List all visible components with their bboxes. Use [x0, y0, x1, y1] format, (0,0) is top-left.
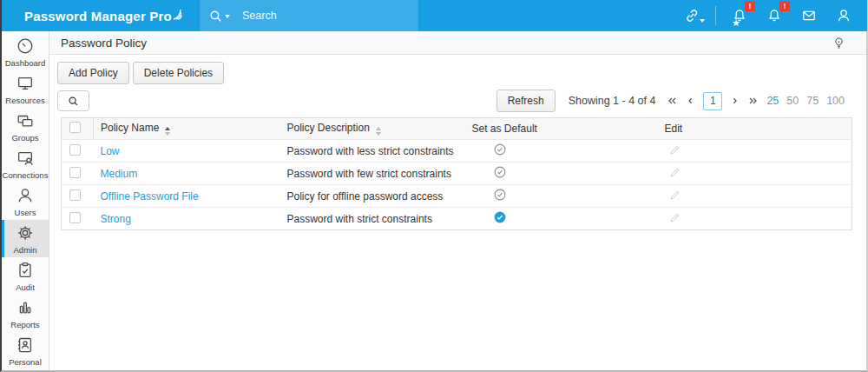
table-row-offline-password-file: Offline Password File Policy for offline… — [62, 185, 852, 208]
search-icon — [208, 9, 223, 23]
edit-policy-button[interactable] — [668, 211, 681, 224]
header-icon-group: ★ ! ! — [681, 4, 867, 27]
remote-icon — [16, 149, 35, 168]
whats-new-button[interactable]: ★ ! — [728, 4, 751, 27]
row-checkbox[interactable] — [69, 167, 81, 178]
sidebar-item-label: Audit — [16, 282, 35, 292]
table-header-row: Policy Name Policy Description Set as De… — [62, 118, 852, 140]
user-icon — [835, 7, 852, 24]
column-label: Set as Default — [472, 123, 537, 135]
resource-link-button[interactable] — [681, 4, 703, 27]
sidebar-item-label: Admin — [14, 245, 37, 255]
delete-policies-button[interactable]: Delete Policies — [133, 62, 224, 84]
previous-page-button[interactable] — [686, 96, 695, 106]
sidebar-item-admin[interactable]: Admin — [2, 220, 49, 257]
pencil-icon — [668, 189, 681, 202]
sidebar-item-reports[interactable]: Reports — [2, 295, 49, 332]
check-circle-outline-icon — [493, 143, 507, 156]
pencil-icon — [668, 143, 681, 156]
gauge-icon — [16, 37, 35, 56]
page-title-bar: Password Policy — [49, 31, 866, 55]
main-content: Password Policy Add Policy Delete Polici… — [49, 31, 867, 370]
notifications-badge: ! — [779, 1, 790, 11]
sort-icon[interactable] — [165, 127, 170, 136]
policy-description: Policy for offline password access — [280, 185, 465, 208]
logo-swoosh-icon — [173, 7, 185, 20]
showing-count-label: Showing 1 - 4 of 4 — [569, 95, 656, 107]
sidebar-item-personal[interactable]: Personal — [2, 332, 49, 369]
sidebar-item-label: Dashboard — [5, 58, 45, 68]
check-circle-outline-icon — [493, 188, 507, 202]
global-search-bar[interactable] — [200, 0, 418, 31]
add-policy-button[interactable]: Add Policy — [57, 62, 129, 84]
sort-icon[interactable] — [376, 127, 381, 136]
column-label: Edit — [665, 123, 683, 135]
last-page-button[interactable] — [747, 96, 759, 106]
policy-link[interactable]: Offline Password File — [101, 190, 199, 203]
page-size-50[interactable]: 50 — [786, 95, 799, 107]
first-page-button[interactable] — [667, 96, 678, 106]
column-header-edit: Edit — [658, 118, 852, 140]
search-scope-caret-icon[interactable] — [225, 15, 230, 18]
table-search-button[interactable] — [57, 90, 89, 111]
help-button[interactable] — [832, 37, 845, 50]
sidebar-item-label: Groups — [11, 133, 38, 143]
edit-policy-button[interactable] — [668, 166, 681, 179]
monitors-icon — [16, 111, 35, 130]
chevron-right-icon — [730, 96, 740, 106]
policy-description: Password with strict constraints — [280, 208, 465, 230]
page-size-25[interactable]: 25 — [766, 95, 779, 107]
sidebar-item-connections[interactable]: Connections — [2, 145, 49, 183]
top-header: Password Manager Pro — [2, 0, 867, 31]
page-size-75[interactable]: 75 — [806, 95, 819, 107]
notifications-button[interactable]: ! — [763, 4, 786, 27]
row-checkbox[interactable] — [69, 144, 81, 156]
set-default-toggle-active[interactable] — [493, 210, 507, 224]
policy-description: Password with few strict constraints — [280, 163, 465, 185]
app-logo: Password Manager Pro — [2, 9, 185, 23]
pagination: Refresh Showing 1 - 4 of 4 1 — [496, 90, 845, 112]
whats-new-badge: ! — [745, 1, 755, 11]
table-row-medium: Medium Password with few strict constrai… — [62, 163, 852, 185]
gear-icon — [16, 223, 35, 242]
account-button[interactable] — [832, 4, 855, 27]
check-circle-outline-icon — [493, 165, 507, 179]
sidebar-item-groups[interactable]: Groups — [2, 108, 49, 145]
row-checkbox[interactable] — [69, 212, 81, 223]
sidebar-item-label: Resources — [5, 96, 44, 105]
column-header-policy-name[interactable]: Policy Name — [94, 118, 280, 140]
person-icon — [16, 186, 35, 205]
password-policy-table: Policy Name Policy Description Set as De… — [61, 117, 852, 230]
page-size-100[interactable]: 100 — [826, 95, 845, 107]
search-input[interactable] — [242, 10, 390, 22]
sidebar-item-label: Personal — [9, 357, 42, 367]
policy-link[interactable]: Medium — [101, 168, 138, 180]
set-default-toggle[interactable] — [493, 165, 507, 179]
refresh-button[interactable]: Refresh — [496, 90, 556, 112]
sidebar-item-label: Connections — [3, 170, 49, 180]
page-title: Password Policy — [61, 37, 147, 50]
sidebar-item-audit[interactable]: Audit — [2, 257, 49, 295]
filter-pagination-row: Refresh Showing 1 - 4 of 4 1 — [49, 84, 866, 112]
column-label: Policy Description — [287, 122, 370, 134]
next-page-button[interactable] — [730, 96, 740, 106]
sidebar-item-dashboard[interactable]: Dashboard — [2, 33, 49, 70]
double-chevron-right-icon — [747, 96, 759, 106]
header-divider — [715, 6, 716, 25]
edit-policy-button[interactable] — [668, 143, 681, 156]
sidebar: Dashboard Resources Groups Connections — [2, 31, 49, 370]
sidebar-item-resources[interactable]: Resources — [2, 70, 49, 108]
current-page-box[interactable]: 1 — [703, 92, 722, 110]
column-header-policy-description[interactable]: Policy Description — [280, 118, 465, 140]
set-default-toggle[interactable] — [493, 143, 507, 156]
bar-chart-icon — [16, 298, 35, 317]
sidebar-item-users[interactable]: Users — [2, 183, 49, 220]
messages-button[interactable] — [798, 4, 820, 27]
policy-link[interactable]: Strong — [101, 213, 131, 225]
row-checkbox[interactable] — [69, 189, 81, 201]
policy-link[interactable]: Low — [101, 145, 120, 157]
edit-policy-button[interactable] — [668, 189, 681, 202]
select-all-checkbox[interactable] — [69, 122, 81, 133]
link-caret-icon — [700, 19, 705, 23]
set-default-toggle[interactable] — [493, 188, 507, 202]
